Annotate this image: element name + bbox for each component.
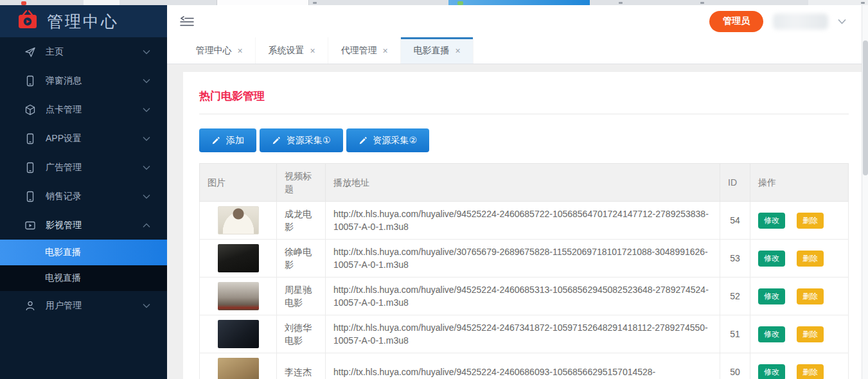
- content-card: 热门电影管理 添加 资源采集①: [183, 72, 865, 379]
- resource-collect-1-button[interactable]: 资源采集①: [260, 128, 343, 152]
- button-label: 资源采集①: [287, 135, 331, 146]
- image-cell: [200, 278, 277, 315]
- video-play-icon: [24, 220, 36, 231]
- close-icon[interactable]: ×: [310, 46, 315, 55]
- browser-icon-dot: [700, 2, 704, 4]
- sidebar-item-home[interactable]: 主页: [0, 37, 167, 66]
- table-header-row: 图片 视频标题 播放地址 ID 操作: [200, 164, 849, 202]
- sidebar-item-ad-management[interactable]: 广告管理: [0, 153, 167, 182]
- movie-thumbnail: [218, 206, 259, 234]
- resource-collect-2-button[interactable]: 资源采集②: [346, 128, 430, 152]
- delete-button[interactable]: 删除: [797, 326, 824, 342]
- sidebar-item-label: 主页: [46, 46, 143, 58]
- mobile-icon: [24, 133, 36, 145]
- delete-button[interactable]: 删除: [797, 213, 824, 229]
- table-row: 成龙电影 http://tx.hls.huya.com/huyalive/945…: [200, 202, 849, 240]
- sidebar-item-label: 点卡管理: [46, 104, 143, 116]
- browser-tab-fragment: [84, 0, 120, 5]
- menu-fold-icon[interactable]: [180, 16, 194, 26]
- edit-button[interactable]: 修改: [758, 364, 785, 379]
- movie-url: http://tx.hls.huya.com/huyalive/94525224…: [326, 278, 720, 315]
- delete-button[interactable]: 删除: [797, 288, 824, 304]
- browser-favicon-green: [457, 1, 463, 5]
- chevron-down-icon: [143, 136, 150, 141]
- close-icon[interactable]: ×: [382, 46, 387, 55]
- pencil-icon: [359, 136, 368, 145]
- edit-button[interactable]: 修改: [758, 213, 785, 229]
- movie-table: 图片 视频标题 播放地址 ID 操作 成龙电影 http://tx.hls.hu…: [199, 163, 849, 379]
- add-button[interactable]: 添加: [199, 128, 256, 152]
- browser-icon-dot: [861, 2, 865, 4]
- table-row: 周星驰电影 http://tx.hls.huya.com/huyalive/94…: [200, 278, 849, 315]
- scrollbar-thumb[interactable]: [863, 40, 868, 175]
- chevron-down-icon: [143, 194, 150, 199]
- sidebar-submenu-tv-live[interactable]: 电视直播: [0, 265, 167, 291]
- sidebar-item-sales-records[interactable]: 销售记录: [0, 182, 167, 211]
- movie-id: 54: [720, 202, 750, 240]
- cube-icon: [24, 104, 36, 116]
- edit-button[interactable]: 修改: [758, 251, 785, 267]
- browser-icon-dot: [313, 2, 317, 4]
- tab-label: 系统设置: [268, 45, 304, 57]
- sidebar-item-video-management[interactable]: 影视管理: [0, 211, 167, 240]
- app-title: 管理中心: [47, 11, 119, 32]
- pencil-icon: [211, 136, 220, 145]
- tab-system-settings[interactable]: 系统设置 ×: [256, 37, 328, 64]
- user-dropdown-chevron-icon[interactable]: [838, 19, 846, 24]
- chevron-down-icon: [143, 49, 150, 55]
- mobile-icon: [24, 75, 36, 87]
- delete-button[interactable]: 删除: [797, 364, 824, 379]
- sidebar-item-card-management[interactable]: 点卡管理: [0, 95, 167, 124]
- col-header-title: 视频标题: [277, 164, 326, 202]
- sidebar-item-label: 销售记录: [46, 191, 143, 202]
- col-header-id: ID: [720, 164, 750, 202]
- close-icon[interactable]: ×: [237, 46, 242, 55]
- table-row: 徐峥电影 http://tx.hls.huya.com/huyalive/307…: [200, 240, 849, 278]
- admin-role-button[interactable]: 管理员: [709, 11, 763, 32]
- sidebar-submenu-movie-live[interactable]: 电影直播: [0, 240, 167, 265]
- close-icon[interactable]: ×: [455, 46, 460, 55]
- browser-scrollbar[interactable]: [862, 5, 868, 379]
- actions-cell: 修改 删除: [750, 278, 849, 315]
- movie-id: 52: [720, 278, 750, 315]
- sidebar-item-popup-messages[interactable]: 弹窗消息: [0, 66, 167, 95]
- browser-tab-strip: [0, 0, 868, 5]
- submenu-item-label: 电视直播: [45, 272, 81, 284]
- table-body: 成龙电影 http://tx.hls.huya.com/huyalive/945…: [200, 202, 849, 379]
- edit-button[interactable]: 修改: [758, 288, 785, 304]
- paper-plane-icon: [24, 46, 36, 58]
- edit-button[interactable]: 修改: [758, 326, 785, 342]
- col-header-url: 播放地址: [326, 164, 720, 202]
- toolbar: 添加 资源采集① 资源采集②: [199, 128, 849, 152]
- tab-movie-live[interactable]: 电影直播 ×: [401, 37, 474, 64]
- movie-thumbnail: [218, 282, 259, 310]
- button-label: 资源采集②: [373, 135, 418, 146]
- header-right: 管理员: [709, 11, 855, 32]
- browser-active-tab-fragment: [448, 0, 590, 5]
- actions-cell: 修改 删除: [750, 240, 849, 278]
- table-row: 刘德华电影 http://tx.hls.huya.com/huyalive/94…: [200, 315, 849, 353]
- pencil-icon: [272, 136, 281, 145]
- page-title: 热门电影管理: [199, 89, 849, 103]
- movie-thumbnail: [218, 244, 259, 272]
- tab-agent-management[interactable]: 代理管理 ×: [328, 37, 401, 64]
- delete-button[interactable]: 删除: [797, 251, 824, 267]
- sidebar-item-label: 弹窗消息: [46, 75, 143, 87]
- col-header-actions: 操作: [750, 164, 849, 202]
- app-window: 管理中心 主页 弹窗消息: [0, 5, 868, 379]
- sidebar-item-label: APP设置: [46, 133, 143, 145]
- sidebar-item-label: 广告管理: [46, 162, 143, 173]
- movie-url: http://tx.hls.huya.com/huyalive/94525224…: [326, 353, 720, 379]
- tab-management-center[interactable]: 管理中心 ×: [183, 37, 256, 64]
- chevron-down-icon: [143, 107, 150, 112]
- movie-title: 周星驰电影: [277, 278, 326, 315]
- divider: [199, 114, 849, 114]
- movie-id: 51: [720, 315, 750, 353]
- tab-bar: 管理中心 × 系统设置 × 代理管理 × 电影直播 ×: [167, 37, 868, 64]
- sidebar-item-app-settings[interactable]: APP设置: [0, 124, 167, 153]
- sidebar-item-user-management[interactable]: 用户管理: [0, 291, 167, 320]
- username-redacted[interactable]: [773, 13, 828, 30]
- movie-url: http://tx.hls.huya.com/huyalive/30765679…: [326, 240, 720, 278]
- table-row: 李连杰 http://tx.hls.huya.com/huyalive/9452…: [200, 353, 849, 379]
- chevron-down-icon: [143, 165, 150, 170]
